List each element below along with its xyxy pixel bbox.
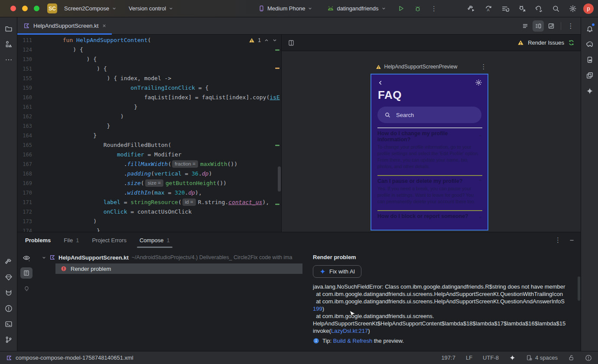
apply-code-changes-icon[interactable]: [499, 3, 512, 14]
file-encoding[interactable]: UTF-8: [483, 354, 499, 361]
split-view-icon[interactable]: [533, 20, 544, 32]
project-menu[interactable]: Screen2Compose: [64, 5, 117, 12]
editor-scrollbar[interactable]: [278, 166, 281, 192]
refresh-icon[interactable]: [568, 39, 575, 46]
code-line-162[interactable]: 162 ): [17, 112, 281, 121]
code-line-159[interactable]: 159 onTrailingIconClick = {: [17, 83, 281, 93]
debug-button[interactable]: [411, 3, 424, 14]
preview-layout-icon[interactable]: [288, 39, 295, 46]
code-line-151[interactable]: 151 ) {: [17, 64, 281, 74]
view-options-eye-icon[interactable]: [20, 252, 32, 263]
code-line-164[interactable]: 164 }: [17, 131, 281, 140]
code-line-171[interactable]: 171 label = stringResource(id =R.string.…: [17, 198, 281, 207]
run-more-options-icon[interactable]: ⋮: [428, 3, 441, 14]
code-line-163[interactable]: 163 }: [17, 121, 281, 131]
code-line-168[interactable]: 168 .padding(vertical = 36.dp): [17, 169, 281, 179]
apply-changes-icon[interactable]: A: [482, 3, 495, 14]
code-text[interactable]: }: [39, 226, 281, 232]
minimize-window-button[interactable]: [22, 6, 28, 11]
code-text[interactable]: fun HelpAndSupportContent(: [39, 36, 281, 45]
line-separator[interactable]: LF: [466, 354, 472, 361]
line-number[interactable]: 172: [17, 207, 39, 217]
device-manager-icon[interactable]: [583, 68, 597, 82]
more-horizontal-icon[interactable]: [2, 53, 16, 67]
preview-more-options-icon[interactable]: ⋮: [480, 63, 487, 71]
line-number[interactable]: 174: [17, 226, 39, 232]
code-line-167[interactable]: 167 .fillMaxWidth(fraction =maxWidth()): [17, 159, 281, 169]
details-view-icon[interactable]: [20, 267, 32, 279]
maximize-window-button[interactable]: [34, 6, 39, 11]
editor-more-options-icon[interactable]: ⋮: [565, 20, 576, 32]
line-number[interactable]: 167: [17, 159, 39, 169]
gradle-sync-icon[interactable]: [533, 3, 546, 14]
code-text[interactable]: .fillMaxWidth(fraction =maxWidth()): [39, 159, 281, 169]
code-text[interactable]: }: [39, 121, 281, 131]
phone-preview-frame[interactable]: FAQ Search How do I change my profile in…: [370, 74, 488, 231]
settings-icon[interactable]: [566, 3, 579, 14]
indent-config[interactable]: 4 spaces: [526, 354, 558, 361]
stack-trace-link[interactable]: LazyDsl.kt:217: [331, 328, 368, 334]
code-line-173[interactable]: 173 ): [17, 217, 281, 226]
code-text[interactable]: ): [39, 217, 281, 226]
code-text[interactable]: }: [39, 131, 281, 140]
panel-more-options-icon[interactable]: ⋮: [555, 236, 561, 244]
line-number[interactable]: 159: [17, 83, 39, 93]
notifications-bell-icon[interactable]: [583, 22, 597, 36]
run-button[interactable]: [395, 3, 408, 14]
panel-title-problems[interactable]: Problems: [25, 232, 51, 248]
running-devices-icon[interactable]: [583, 53, 597, 67]
code-text[interactable]: .widthIn(max = 320.dp),: [39, 188, 281, 198]
git-branch-icon[interactable]: [2, 333, 16, 347]
editor-tab[interactable]: HelpAndSupportScreen.kt: [17, 17, 112, 34]
code-text[interactable]: ): [39, 112, 281, 121]
build-run-icon[interactable]: [465, 3, 478, 14]
code-line-165[interactable]: 165 RoundedFilledButton(: [17, 140, 281, 150]
code-view-icon[interactable]: [520, 20, 531, 32]
close-tab-icon[interactable]: [102, 23, 107, 28]
code-text[interactable]: .padding(vertical = 36.dp): [39, 169, 281, 179]
structure-icon[interactable]: [2, 37, 16, 51]
render-problem-row[interactable]: Render problem: [55, 263, 302, 274]
code-text[interactable]: ) { index, model ->: [39, 74, 281, 83]
gemini-sparkle-icon[interactable]: [583, 84, 597, 98]
fix-with-ai-button[interactable]: Fix with AI: [313, 265, 361, 278]
code-text[interactable]: ) {: [39, 45, 281, 55]
attach-debugger-icon[interactable]: [516, 3, 529, 14]
run-configuration-selector[interactable]: datingandfriends: [327, 5, 386, 12]
code-line-155[interactable]: 155 ) { index, model ->: [17, 74, 281, 83]
line-number[interactable]: 173: [17, 217, 39, 226]
line-number[interactable]: 162: [17, 112, 39, 121]
line-number[interactable]: 171: [17, 198, 39, 207]
ai-assistant-sparkle-icon[interactable]: [509, 354, 516, 361]
line-number[interactable]: 151: [17, 64, 39, 74]
render-issues-label[interactable]: Render Issues: [528, 39, 564, 46]
logcat-cat-icon[interactable]: [2, 286, 16, 300]
line-number[interactable]: 111: [17, 36, 39, 45]
code-text[interactable]: ) {: [39, 55, 281, 64]
code-line-161[interactable]: 161 }: [17, 102, 281, 112]
code-line-174[interactable]: 174 }: [17, 226, 281, 232]
folder-icon[interactable]: [2, 22, 16, 36]
code-text[interactable]: .size(size =getButtonHeight()): [39, 179, 281, 188]
detail-scrollbar[interactable]: [578, 276, 580, 301]
expand-chevron-icon[interactable]: [42, 255, 46, 260]
vcs-menu[interactable]: Version control: [129, 5, 173, 12]
code-text[interactable]: modifier = Modifier: [39, 150, 281, 159]
user-avatar[interactable]: p: [583, 3, 594, 14]
panel-tab-file[interactable]: File1: [64, 232, 79, 248]
line-number[interactable]: 155: [17, 74, 39, 83]
lightbulb-icon[interactable]: [20, 283, 32, 294]
code-line-166[interactable]: 166 modifier = Modifier: [17, 150, 281, 159]
panel-tab-compose[interactable]: Compose1: [140, 232, 170, 248]
code-line-169[interactable]: 169 .size(size =getButtonHeight()): [17, 179, 281, 188]
hide-panel-icon[interactable]: [569, 237, 575, 243]
code-line-172[interactable]: 172 onClick = contactUsOnClick: [17, 207, 281, 217]
preview-name[interactable]: HelpAndSupportScreenPreview: [384, 64, 458, 70]
code-text[interactable]: label = stringResource(id =R.string.cont…: [39, 198, 281, 207]
code-editor[interactable]: 111 fun HelpAndSupportContent(124 ) {130…: [17, 35, 281, 232]
line-number[interactable]: 170: [17, 188, 39, 198]
line-number[interactable]: 165: [17, 140, 39, 150]
caret-position[interactable]: 197:7: [441, 354, 455, 361]
gradle-elephant-icon[interactable]: [583, 37, 597, 51]
unlock-icon[interactable]: [568, 354, 575, 361]
